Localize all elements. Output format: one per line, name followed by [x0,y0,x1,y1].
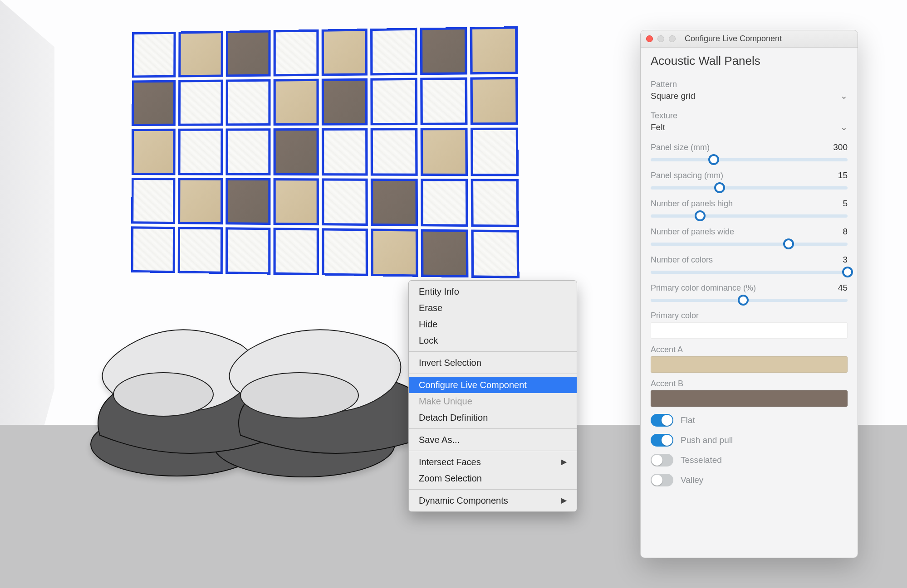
menu-item-configure-live-component[interactable]: Configure Live Component [409,377,577,393]
menu-item-intersect-faces[interactable]: Intersect Faces▶ [409,454,577,470]
panel-tile[interactable] [131,178,175,224]
menu-item-hide[interactable]: Hide [409,316,577,332]
panel-tile[interactable] [178,227,223,274]
panel-tile[interactable] [420,78,468,126]
slider-thumb[interactable] [708,154,719,165]
menu-item-invert-selection[interactable]: Invert Selection [409,355,577,371]
menu-item-detach-definition[interactable]: Detach Definition [409,409,577,426]
flat-toggle[interactable] [651,414,673,427]
slider-thumb[interactable] [738,295,749,306]
slider-thumb[interactable] [714,182,725,193]
pattern-select[interactable]: Square grid ⌄ [651,89,848,105]
wide-slider[interactable] [651,239,848,248]
slider-track [651,158,848,161]
window-controls [646,35,676,42]
panel-tile[interactable] [471,128,519,176]
slider-track [651,243,848,246]
high-slider[interactable] [651,211,848,220]
flat-toggle-row: Flat [651,414,848,427]
panel-tile[interactable] [225,227,270,275]
accent-a-swatch[interactable] [651,356,848,373]
panel-tile[interactable] [226,30,270,77]
svg-point-2 [113,373,213,416]
menu-item-zoom-selection[interactable]: Zoom Selection [409,470,577,486]
slider-thumb[interactable] [842,267,853,277]
colors-slider[interactable] [651,267,848,277]
push-pull-toggle-row: Push and pull [651,434,848,447]
panel-tile[interactable] [322,128,368,175]
panel-tile[interactable] [226,79,270,126]
panel-tile[interactable] [273,178,319,225]
panel-tile[interactable] [470,26,518,74]
panel-tile[interactable] [421,229,468,277]
panel-tile[interactable] [178,31,223,78]
menu-separator [409,374,577,374]
panel-tile[interactable] [471,229,520,278]
panel-tile[interactable] [371,178,417,226]
valley-toggle[interactable] [651,474,673,486]
menu-item-entity-info[interactable]: Entity Info [409,283,577,300]
slider-track [651,214,848,218]
panel-tile[interactable] [132,32,176,78]
panel-tile[interactable] [178,129,223,175]
panel-tile[interactable] [273,29,319,77]
accent-b-label: Accent B [651,379,848,389]
panel-tile[interactable] [470,77,518,125]
texture-field: Texture Felt ⌄ [651,111,848,136]
close-icon[interactable] [646,35,653,42]
texture-select[interactable]: Felt ⌄ [651,121,848,136]
panel-tile[interactable] [371,128,417,176]
dominance-slider[interactable] [651,296,848,305]
panel-tile[interactable] [322,178,368,226]
pattern-label: Pattern [651,80,848,89]
acoustic-panel-component[interactable] [131,26,520,278]
menu-item-dynamic-components[interactable]: Dynamic Components▶ [409,492,577,509]
push-pull-toggle[interactable] [651,434,673,447]
panel-tile[interactable] [322,29,368,76]
spacing-slider[interactable] [651,183,848,192]
panel-tile[interactable] [178,80,223,126]
wide-label: Number of panels wide [651,227,734,237]
menu-item-lock[interactable]: Lock [409,332,577,349]
valley-label: Valley [681,475,703,485]
panel-tile[interactable] [322,228,368,276]
panel-tile[interactable] [273,228,319,275]
window-titlebar[interactable]: Configure Live Component [641,30,858,48]
menu-item-make-unique: Make Unique [409,393,577,409]
menu-item-save-as-[interactable]: Save As... [409,432,577,448]
panel-tile[interactable] [371,78,417,126]
toggle-knob [662,415,672,426]
zoom-icon[interactable] [669,35,676,42]
minimize-icon[interactable] [657,35,664,42]
panel-tile[interactable] [420,27,467,75]
chevron-down-icon: ⌄ [840,91,848,101]
panel-tile[interactable] [421,179,468,227]
panel-tile[interactable] [273,79,319,126]
spacing-value: 15 [838,170,848,180]
panel-tile[interactable] [226,129,270,175]
panel-tile[interactable] [471,179,519,227]
toggle-knob [652,475,662,486]
panel-tile[interactable] [273,128,319,175]
panel-tile[interactable] [226,178,270,225]
slider-thumb[interactable] [695,210,706,221]
spacing-label: Panel spacing (mm) [651,171,723,180]
menu-item-erase[interactable]: Erase [409,300,577,316]
panel-tile[interactable] [370,28,417,75]
slider-thumb[interactable] [783,238,794,249]
push_pull-label: Push and pull [681,435,733,445]
panel-tile[interactable] [131,226,176,273]
panel-tile[interactable] [371,228,418,277]
accent-b-swatch[interactable] [651,390,848,407]
dominance-value: 45 [838,283,848,293]
panel-tile[interactable] [132,80,176,126]
panel-tile[interactable] [178,178,222,224]
tesselated-toggle[interactable] [651,454,673,467]
couch-model[interactable] [86,299,431,481]
accent-a-field: Accent A [651,345,848,373]
panel-tile[interactable] [132,129,176,175]
panel-tile[interactable] [420,128,468,176]
panel_size-slider[interactable] [651,155,848,164]
panel-tile[interactable] [322,78,368,126]
primary-color-swatch[interactable] [651,322,848,339]
